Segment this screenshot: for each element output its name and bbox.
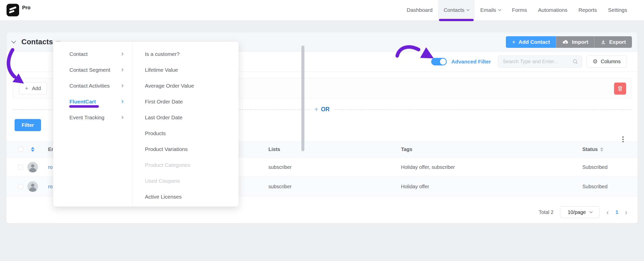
add-condition-button[interactable]: + Add — [19, 82, 47, 94]
pagination-total: Total 2 — [539, 209, 553, 215]
option-is-a-customer[interactable]: Is a customer? — [133, 46, 238, 62]
option-products[interactable]: Products — [133, 125, 238, 141]
header-lists: Lists — [262, 146, 393, 152]
page-title: Contacts — [21, 38, 53, 46]
download-icon — [600, 39, 606, 45]
nav-automations[interactable]: Automations — [533, 0, 573, 20]
trash-icon — [617, 85, 623, 92]
fluentcrm-logo-icon — [7, 4, 19, 16]
top-navigation-bar: Pro Dashboard Contacts Emails Forms Auto… — [0, 0, 644, 20]
nav-forms[interactable]: Forms — [506, 0, 533, 20]
delete-filter-group-button[interactable] — [614, 83, 626, 95]
menu-item-event-tracking[interactable]: Event Tracking — [53, 109, 133, 125]
row-checkbox[interactable] — [18, 165, 23, 170]
plus-icon: + — [512, 39, 515, 45]
chevron-right-icon — [120, 68, 124, 71]
chevron-right-icon — [120, 100, 124, 103]
option-lifetime-value[interactable]: Lifetime Value — [133, 62, 238, 78]
add-contact-button[interactable]: + Add Contact — [506, 36, 556, 48]
page-number[interactable]: 1 — [615, 209, 618, 215]
plus-icon: + — [25, 85, 28, 91]
menu-item-contact-segment[interactable]: Contact Segment — [53, 62, 133, 78]
option-first-order-date[interactable]: First Order Date — [133, 94, 238, 109]
fluentcart-underline-annotation — [69, 105, 99, 108]
option-last-order-date[interactable]: Last Order Date — [133, 109, 238, 125]
filter-type-dropdown: Contact Contact Segment Contact Activiti… — [53, 42, 239, 207]
page-size-select[interactable]: 10/page — [560, 206, 600, 218]
columns-button[interactable]: ⚙ Columns — [587, 56, 626, 68]
contact-email-link[interactable]: ro — [48, 164, 53, 170]
cell-lists: subscriber — [262, 184, 393, 190]
avatar — [27, 181, 38, 192]
option-product-categories: Product Categories — [133, 157, 238, 173]
chevron-down-icon — [498, 8, 501, 11]
gear-icon: ⚙ — [592, 59, 598, 64]
status-sort-icon[interactable] — [600, 147, 603, 152]
export-button[interactable]: Export — [594, 36, 632, 48]
cell-tags: Holiday offer, subscriber — [393, 164, 576, 170]
cloud-upload-icon — [562, 40, 569, 45]
cell-status: Subscribed — [576, 164, 637, 170]
select-all-checkbox[interactable] — [18, 147, 23, 152]
contact-email-link[interactable]: ro — [48, 184, 53, 189]
option-product-variations[interactable]: Product Variations — [133, 141, 238, 157]
import-button[interactable]: Import — [556, 36, 594, 48]
filter-submit-button[interactable]: Filter — [15, 119, 41, 131]
chevron-right-icon — [120, 116, 124, 119]
plus-icon: + — [314, 106, 318, 113]
search-icon — [573, 59, 578, 64]
scrollbar-thumb[interactable] — [301, 46, 304, 151]
cell-status: Subscribed — [576, 184, 637, 190]
chevron-down-icon — [589, 210, 593, 213]
chevron-down-icon — [466, 8, 470, 11]
option-average-order-value[interactable]: Average Order Value — [133, 78, 238, 94]
option-active-licenses[interactable]: Active Licenses — [133, 189, 238, 205]
advanced-filter-label: Advanced Filter — [451, 59, 491, 65]
nav-settings[interactable]: Settings — [602, 0, 633, 20]
option-used-coupons: Used Coupons — [133, 173, 238, 189]
menu-item-contact-activities[interactable]: Contact Activities — [53, 78, 133, 94]
collapse-chevron-icon[interactable] — [11, 39, 16, 43]
menu-item-contact[interactable]: Contact — [53, 46, 133, 62]
header-status: Status — [582, 146, 598, 152]
filter-groups-column: Contact Contact Segment Contact Activiti… — [53, 42, 133, 206]
pagination: Total 2 10/page ‹ 1 › — [7, 206, 637, 218]
advanced-filter-toggle[interactable] — [431, 58, 447, 65]
pro-badge: Pro — [22, 5, 30, 11]
row-checkbox[interactable] — [18, 184, 23, 189]
avatar — [27, 162, 38, 172]
prev-page-button[interactable]: ‹ — [606, 208, 609, 216]
chevron-right-icon — [120, 52, 124, 56]
search-input[interactable] — [498, 56, 582, 68]
nav-contacts[interactable]: Contacts — [438, 0, 475, 20]
chevron-right-icon — [120, 84, 124, 87]
cell-lists: subscriber — [262, 164, 393, 170]
nav-reports[interactable]: Reports — [573, 0, 603, 20]
add-or-group-button[interactable]: + OR — [310, 106, 334, 113]
main-nav: Dashboard Contacts Emails Forms Automati… — [401, 0, 644, 20]
filter-options-column: Is a customer? Lifetime Value Average Or… — [133, 42, 238, 206]
next-page-button[interactable]: › — [625, 208, 627, 216]
nav-dashboard[interactable]: Dashboard — [401, 0, 438, 20]
sort-icon[interactable] — [31, 147, 34, 152]
kebab-menu-icon[interactable]: ⋮ — [620, 136, 626, 143]
cell-tags: Holiday offer — [393, 184, 576, 190]
header-tags: Tags — [393, 146, 576, 152]
nav-emails[interactable]: Emails — [475, 0, 506, 20]
